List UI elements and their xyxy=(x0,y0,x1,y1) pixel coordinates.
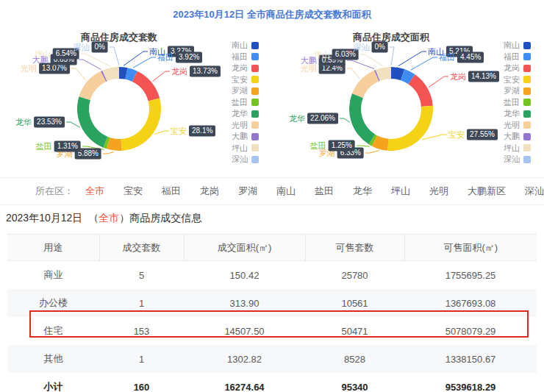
legend-color-swatch xyxy=(251,133,259,140)
legend-item[interactable]: 深汕 xyxy=(232,155,259,163)
pie-label: 深汕0% xyxy=(74,42,108,53)
legend-color-swatch xyxy=(523,110,531,118)
legend-item[interactable]: 龙华 xyxy=(232,110,259,118)
legend-item[interactable]: 深汕 xyxy=(504,155,531,163)
region-tab[interactable]: 大鹏新区 xyxy=(468,185,506,198)
legend-color-swatch xyxy=(251,88,259,95)
legend-label: 光明 xyxy=(504,121,520,129)
page-title: 2023年10月12日 全市商品住房成交套数和面积 xyxy=(0,8,544,21)
legend-item[interactable]: 福田 xyxy=(504,53,531,61)
region-tab[interactable]: 光明 xyxy=(429,185,448,198)
table-cell: 商业 xyxy=(7,261,99,290)
legend-label: 龙华 xyxy=(504,110,520,118)
pie-label: 坪山6.03% xyxy=(314,49,359,60)
legend-item[interactable]: 坪山 xyxy=(232,144,259,152)
legend-label: 龙华 xyxy=(232,110,248,118)
table-cell: 153 xyxy=(99,317,184,345)
legend-label: 坪山 xyxy=(504,144,520,152)
region-tab[interactable]: 深汕 xyxy=(525,185,544,198)
legend-color-swatch xyxy=(523,99,531,106)
legend-item[interactable]: 大鹏 xyxy=(504,132,531,140)
legend-item[interactable]: 宝安 xyxy=(504,76,531,84)
legend-item[interactable]: 罗湖 xyxy=(504,87,531,95)
legend-item[interactable]: 光明 xyxy=(504,121,531,129)
region-tab[interactable]: 盐田 xyxy=(315,185,334,198)
pie-label-value-badge: 1.31% xyxy=(54,141,81,152)
pie-label: 深汕0% xyxy=(354,42,388,53)
region-tab[interactable]: 宝安 xyxy=(124,185,143,198)
legend-item[interactable]: 龙华 xyxy=(504,110,531,118)
legend-item[interactable]: 宝安 xyxy=(232,76,259,84)
label-leader-line xyxy=(81,54,110,66)
label-leader-line xyxy=(411,57,437,70)
donut-slice[interactable] xyxy=(387,106,433,151)
legend-color-swatch xyxy=(251,53,259,60)
pie-label: 宝安27.55% xyxy=(448,129,498,140)
pie-label-value-badge: 22.06% xyxy=(307,113,338,124)
label-leader-line xyxy=(429,76,448,88)
legend-item[interactable]: 坪山 xyxy=(504,144,531,152)
table-header-row: 用途成交套数成交面积(㎡)可售套数可售面积(㎡) xyxy=(7,235,537,261)
legend-item[interactable]: 大鹏 xyxy=(232,132,259,140)
donut-slice[interactable] xyxy=(121,99,161,151)
donut-slice[interactable] xyxy=(77,96,107,147)
legend-label: 深汕 xyxy=(504,155,520,163)
legend-item[interactable]: 盐田 xyxy=(232,99,259,107)
label-leader-line xyxy=(79,60,101,69)
district-tabs: 全市宝安福田龙岗罗湖南山盐田龙华坪山光明大鹏新区深汕 xyxy=(85,185,544,198)
region-tab[interactable]: 龙华 xyxy=(353,185,372,198)
pie-label-value-badge: 13.73% xyxy=(190,66,221,77)
pie-label-name: 盐田 xyxy=(36,141,52,152)
legend-color-swatch xyxy=(251,99,259,106)
region-tab[interactable]: 罗湖 xyxy=(238,185,257,198)
pie-label: 龙华22.06% xyxy=(289,113,338,124)
legend-color-swatch xyxy=(523,42,531,49)
legend-color-swatch xyxy=(251,121,259,129)
table-cell: 5078079.29 xyxy=(404,317,537,345)
label-leader-line xyxy=(71,68,86,81)
label-leader-line xyxy=(110,47,119,65)
pie-label: 龙岗13.73% xyxy=(171,66,221,77)
table-cell: 14507.50 xyxy=(184,317,305,345)
table-cell: 1338150.67 xyxy=(404,345,537,373)
pie-label: 福田3.92% xyxy=(157,52,202,63)
paren-close: ） xyxy=(119,212,129,224)
legend-item[interactable]: 光明 xyxy=(232,121,259,129)
table-cell: 5 xyxy=(99,261,184,290)
page: 2023年10月12日 全市商品住房成交套数和面积 商品住房成交套数 南山3.2… xyxy=(0,0,544,392)
region-tab[interactable]: 坪山 xyxy=(391,185,410,198)
pie-label-value-badge: 0% xyxy=(92,42,108,53)
legend-item[interactable]: 罗湖 xyxy=(232,87,259,95)
label-leader-line xyxy=(154,131,169,135)
donut-slice[interactable] xyxy=(132,71,160,101)
region-tab[interactable]: 南山 xyxy=(276,185,296,198)
table-body: 商业5150.42257801755695.25办公楼1313.90105611… xyxy=(7,261,537,392)
legend-color-swatch xyxy=(251,42,259,49)
legend-color-swatch xyxy=(523,53,531,60)
label-leader-line xyxy=(347,60,374,69)
region-tab[interactable]: 福田 xyxy=(162,185,181,198)
donut-slice[interactable] xyxy=(408,74,432,107)
legend-item[interactable]: 福田 xyxy=(232,53,259,61)
header-cell: 可售面积(㎡) xyxy=(404,235,537,261)
legend-color-swatch xyxy=(523,65,531,72)
region-tab[interactable]: 全市 xyxy=(85,185,104,198)
legend-label: 罗湖 xyxy=(232,87,248,95)
label-leader-line xyxy=(133,57,156,68)
legend-item[interactable]: 南山 xyxy=(504,41,531,49)
region-tab[interactable]: 龙岗 xyxy=(200,185,219,198)
table-cell: 1755695.25 xyxy=(404,261,537,290)
legend-item[interactable]: 盐田 xyxy=(504,99,531,107)
charts-row: 商品住房成交套数 南山3.27%福田3.92%龙岗13.73%宝安28.1%罗湖… xyxy=(0,29,544,177)
pie-label: 宝安28.1% xyxy=(171,126,215,137)
district-filter-bar: 所在区： 全市宝安福田龙岗罗湖南山盐田龙华坪山光明大鹏新区深汕 xyxy=(0,177,544,205)
header-cell: 用途 xyxy=(7,235,99,261)
donut-slice[interactable] xyxy=(79,71,107,100)
legend-item[interactable]: 南山 xyxy=(232,41,259,49)
table-cell: 1302.82 xyxy=(184,345,305,373)
pie-label-name: 深汕 xyxy=(354,42,370,53)
legend-item[interactable]: 龙岗 xyxy=(504,64,531,72)
donut-slice[interactable] xyxy=(349,93,375,144)
legend-item[interactable]: 龙岗 xyxy=(232,64,259,72)
chart-panel-0: 商品住房成交套数 南山3.27%福田3.92%龙岗13.73%宝安28.1%罗湖… xyxy=(0,29,272,177)
